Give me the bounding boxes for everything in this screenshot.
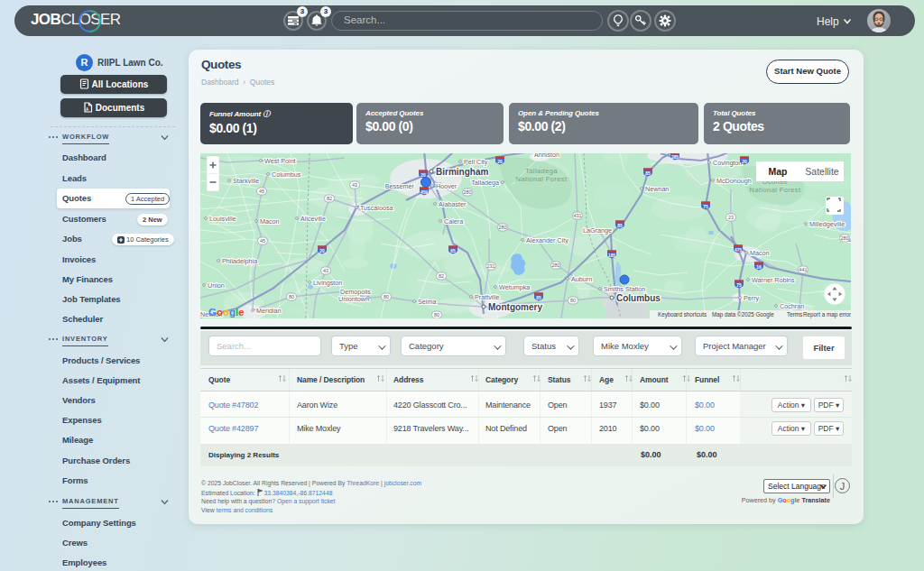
svg-text:280: 280	[464, 189, 472, 195]
svg-text:Anniston: Anniston	[534, 153, 559, 159]
svg-text:Satellite: Satellite	[805, 166, 839, 177]
svg-text:20: 20	[319, 249, 325, 253]
svg-text:Google: Google	[208, 307, 245, 318]
svg-text:McDonough: McDonough	[716, 177, 752, 185]
svg-text:Cochran: Cochran	[780, 302, 804, 310]
svg-text:Columbus: Columbus	[272, 170, 301, 179]
svg-text:Philadelphia: Philadelphia	[222, 257, 257, 265]
svg-text:65: 65	[450, 249, 456, 253]
svg-text:Talladega: Talladega	[471, 179, 499, 187]
svg-text:285: 285	[671, 155, 679, 160]
svg-text:National Forest: National Forest	[516, 175, 568, 183]
svg-text:Calera: Calera	[444, 217, 463, 226]
svg-text:Livingston: Livingston	[313, 279, 342, 287]
svg-text:Alexander City: Alexander City	[526, 236, 568, 244]
svg-text:475: 475	[735, 248, 742, 253]
svg-text:Union: Union	[208, 281, 225, 290]
svg-text:Alabaster: Alabaster	[439, 200, 467, 208]
svg-text:45: 45	[260, 238, 265, 244]
svg-text:Selma: Selma	[418, 298, 436, 306]
svg-text:Newnan: Newnan	[645, 185, 669, 193]
svg-text:Covington: Covington	[713, 159, 742, 167]
svg-text:80: 80	[570, 298, 576, 303]
svg-text:Bessemer: Bessemer	[385, 182, 415, 190]
svg-text:Uniontown: Uniontown	[338, 295, 369, 303]
svg-text:459: 459	[420, 190, 428, 195]
svg-text:Smiths Station: Smiths Station	[604, 285, 645, 293]
svg-text:Map data ©2025 Google: Map data ©2025 Google	[712, 311, 774, 318]
svg-text:75: 75	[736, 283, 742, 288]
svg-text:441: 441	[799, 267, 808, 272]
svg-text:431: 431	[574, 213, 582, 218]
svg-text:20: 20	[497, 160, 503, 164]
svg-text:Report a map error: Report a map error	[803, 311, 851, 318]
svg-text:A: A	[86, 107, 89, 112]
svg-text:LaGrange: LaGrange	[583, 226, 612, 235]
svg-text:Tuscaloosa: Tuscaloosa	[360, 204, 393, 212]
svg-text:280: 280	[552, 262, 560, 268]
svg-text:Montgomery: Montgomery	[488, 302, 542, 312]
svg-text:Prattville: Prattville	[475, 293, 500, 301]
svg-text:Macon: Macon	[260, 217, 280, 226]
svg-text:Talladega: Talladega	[525, 167, 558, 175]
svg-text:Auburn: Auburn	[571, 275, 592, 283]
svg-text:Wetumpka: Wetumpka	[499, 283, 530, 291]
svg-text:82: 82	[327, 196, 332, 201]
svg-text:Birmingham: Birmingham	[436, 167, 488, 177]
svg-text:85: 85	[645, 171, 651, 176]
svg-text:Meridian: Meridian	[256, 307, 282, 315]
svg-text:Milledgeville: Milledgeville	[809, 220, 845, 228]
svg-text:82: 82	[439, 273, 444, 279]
svg-text:43: 43	[352, 182, 357, 188]
svg-text:Map: Map	[769, 166, 788, 177]
svg-text:85: 85	[617, 224, 623, 228]
svg-text:Columbus: Columbus	[616, 293, 661, 303]
svg-text:Pell City: Pell City	[464, 158, 488, 166]
svg-text:Hoover: Hoover	[436, 182, 457, 190]
svg-text:80: 80	[289, 294, 294, 299]
svg-text:Aliceville: Aliceville	[300, 215, 326, 223]
svg-text:Starkville: Starkville	[233, 177, 259, 185]
svg-text:Terms: Terms	[787, 311, 802, 318]
svg-text:280: 280	[841, 235, 849, 241]
svg-text:45: 45	[259, 189, 264, 194]
svg-text:Perry: Perry	[744, 294, 760, 302]
svg-text:Macon: Macon	[750, 249, 770, 257]
svg-text:75: 75	[703, 205, 708, 209]
svg-text:Keyboard shortcuts: Keyboard shortcuts	[658, 311, 707, 318]
svg-text:80: 80	[434, 312, 439, 318]
svg-text:231: 231	[487, 263, 495, 269]
svg-text:16: 16	[756, 265, 762, 270]
svg-text:National Forest: National Forest	[750, 186, 801, 194]
svg-text:West Point: West Point	[264, 157, 296, 165]
svg-text:80: 80	[383, 294, 389, 299]
svg-text:Louisville: Louisville	[209, 215, 236, 223]
svg-text:185: 185	[608, 253, 615, 258]
svg-text:280: 280	[499, 225, 507, 230]
svg-text:Warner Robins: Warner Robins	[752, 276, 795, 284]
svg-text:43: 43	[323, 268, 328, 273]
svg-text:23: 23	[728, 215, 734, 220]
svg-text:85: 85	[536, 296, 541, 300]
svg-text:20: 20	[742, 160, 747, 164]
